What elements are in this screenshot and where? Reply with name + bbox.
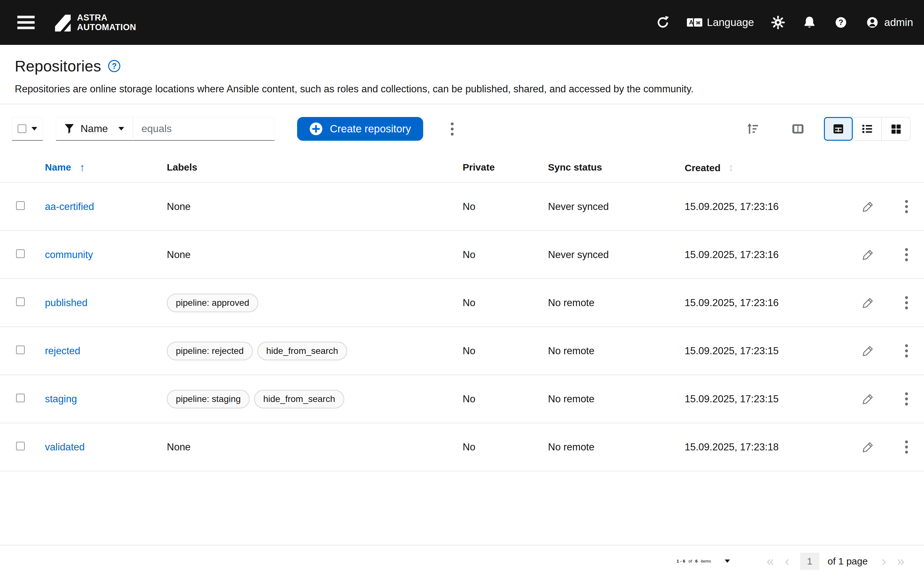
edit-button[interactable] — [859, 246, 877, 263]
bulk-select-toggle[interactable] — [12, 117, 43, 141]
pencil-icon — [861, 296, 875, 309]
row-checkbox[interactable] — [16, 442, 25, 450]
sort-button[interactable] — [746, 121, 760, 136]
table-row: aa-certified None No Never synced 15.09.… — [0, 183, 924, 231]
column-header-created[interactable]: Created↕ — [669, 152, 847, 183]
table-row: published pipeline: approved No No remot… — [0, 279, 924, 327]
notifications-button[interactable] — [802, 15, 817, 30]
refresh-button[interactable] — [656, 15, 670, 30]
next-page-button[interactable]: › — [876, 554, 892, 568]
user-menu-button[interactable]: admin — [865, 15, 913, 30]
row-checkbox[interactable] — [16, 394, 25, 402]
created-cell: 15.09.2025, 17:23:16 — [669, 279, 847, 327]
label-chip: pipeline: approved — [167, 293, 258, 312]
columns-icon — [790, 121, 805, 136]
items-per-page-toggle[interactable]: 1 - 6 of 6 items — [677, 559, 730, 564]
created-cell: 15.09.2025, 17:23:18 — [669, 423, 847, 471]
labels-cell: pipeline: staginghide_from_search — [151, 375, 447, 423]
sort-icon — [746, 121, 760, 136]
list-view-icon — [859, 121, 875, 137]
previous-page-button[interactable]: ‹ — [780, 554, 795, 568]
refresh-icon — [656, 15, 670, 30]
repository-link[interactable]: rejected — [45, 345, 80, 356]
toolbar-kebab-menu[interactable] — [446, 120, 458, 138]
column-header-private: Private — [447, 152, 532, 183]
labels-cell: None — [151, 423, 447, 471]
last-page-button[interactable]: » — [892, 554, 910, 568]
view-toggle-group — [824, 117, 911, 141]
title-help-icon[interactable]: ? — [108, 60, 120, 72]
created-cell: 15.09.2025, 17:23:15 — [669, 327, 847, 375]
filter-field-label: Name — [81, 123, 112, 135]
row-checkbox[interactable] — [16, 298, 25, 306]
row-kebab-menu[interactable] — [903, 342, 910, 359]
svg-text:?: ? — [838, 18, 843, 27]
row-kebab-menu[interactable] — [903, 198, 910, 215]
header-select-cell — [0, 152, 29, 183]
repository-link[interactable]: community — [45, 249, 93, 260]
manage-columns-button[interactable] — [790, 121, 805, 136]
card-view-toggle[interactable] — [882, 117, 911, 141]
filter-field-select[interactable]: Name — [56, 117, 133, 141]
edit-button[interactable] — [859, 342, 877, 359]
brand-logo[interactable]: ASTRA AUTOMATION — [53, 13, 136, 32]
page-header: Repositories ? Repositories are online s… — [0, 45, 924, 104]
pencil-icon — [861, 440, 875, 454]
row-kebab-menu[interactable] — [903, 294, 910, 311]
row-kebab-menu[interactable] — [903, 246, 910, 263]
sync-status-cell: Never synced — [532, 183, 669, 231]
edit-button[interactable] — [859, 390, 877, 408]
bell-icon — [802, 15, 817, 30]
private-cell: No — [447, 279, 532, 327]
chevron-down-icon — [725, 560, 730, 563]
sortable-icon: ↕ — [728, 161, 734, 173]
help-button[interactable]: ? — [834, 15, 848, 30]
repository-link[interactable]: published — [45, 297, 87, 308]
filter-value-input[interactable] — [133, 117, 275, 141]
column-header-labels: Labels — [151, 152, 447, 183]
table-view-toggle[interactable] — [824, 117, 853, 141]
repositories-table: Name ↑ Labels Private Sync status Create… — [0, 152, 924, 471]
row-checkbox[interactable] — [16, 346, 25, 354]
row-checkbox[interactable] — [16, 201, 25, 210]
user-avatar-icon — [865, 15, 880, 30]
current-page-input[interactable]: 1 — [800, 553, 819, 570]
edit-button[interactable] — [859, 294, 877, 311]
labels-none: None — [167, 249, 191, 260]
create-repository-button[interactable]: Create repository — [297, 117, 423, 141]
row-kebab-menu[interactable] — [903, 438, 910, 456]
list-view-toggle[interactable] — [853, 117, 882, 141]
brand-line2: AUTOMATION — [77, 23, 136, 32]
masthead: ASTRA AUTOMATION A ж Language — [0, 0, 924, 45]
settings-button[interactable] — [771, 15, 785, 30]
pagination-footer: 1 - 6 of 6 items « ‹ 1 of 1 page › » — [0, 545, 924, 577]
repository-link[interactable]: aa-certified — [45, 201, 94, 212]
sort-ascending-icon: ↑ — [79, 161, 85, 174]
edit-button[interactable] — [859, 198, 877, 215]
row-checkbox[interactable] — [16, 250, 25, 258]
sync-status-cell: No remote — [532, 375, 669, 423]
pencil-icon — [861, 200, 875, 213]
nav-toggle-button[interactable] — [15, 13, 37, 32]
plus-circle-icon — [309, 122, 323, 135]
edit-button[interactable] — [859, 438, 877, 456]
label-chip: hide_from_search — [254, 390, 344, 408]
card-view-icon — [888, 121, 904, 137]
first-page-button[interactable]: « — [761, 554, 779, 568]
repository-link[interactable]: staging — [45, 393, 77, 405]
bulk-select-checkbox[interactable] — [18, 124, 26, 133]
toolbar-right — [746, 117, 911, 141]
sync-status-cell: No remote — [532, 423, 669, 471]
username-label: admin — [884, 16, 913, 29]
language-menu-button[interactable]: A ж Language — [687, 16, 754, 29]
private-cell: No — [447, 183, 532, 231]
table-row: validated None No No remote 15.09.2025, … — [0, 423, 924, 471]
question-circle-icon: ? — [834, 15, 848, 30]
table-row: rejected pipeline: rejectedhide_from_sea… — [0, 327, 924, 375]
header-actions-cell — [847, 152, 889, 183]
column-header-name[interactable]: Name ↑ — [29, 152, 151, 183]
labels-none: None — [167, 442, 191, 453]
row-kebab-menu[interactable] — [903, 390, 910, 408]
repository-link[interactable]: validated — [45, 442, 85, 453]
labels-cell: None — [151, 231, 447, 279]
